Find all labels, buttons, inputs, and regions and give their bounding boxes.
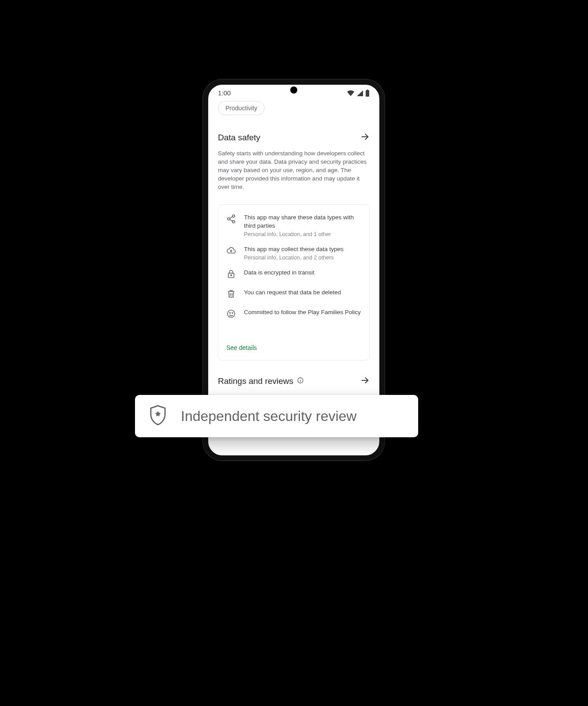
data-safety-title: Data safety	[218, 133, 260, 143]
svg-point-2	[232, 215, 235, 218]
svg-point-7	[228, 310, 235, 318]
svg-rect-1	[367, 90, 368, 90]
svg-point-3	[228, 218, 230, 221]
independent-security-review-callout: Independent security review	[135, 395, 418, 437]
item-title: You can request that data be deleted	[244, 289, 341, 297]
item-title: This app may collect these data types	[244, 245, 344, 253]
item-subtitle: Personal info, Location, and 2 others	[244, 255, 344, 261]
data-safety-header[interactable]: Data safety	[218, 132, 370, 143]
data-safety-item: Committed to follow the Play Families Po…	[226, 308, 361, 320]
chip-label: Productivity	[225, 105, 257, 112]
signal-icon	[356, 90, 363, 96]
svg-point-8	[229, 312, 230, 313]
phone-side-button	[384, 230, 385, 279]
data-safety-item: You can request that data be deleted	[226, 289, 361, 300]
status-time: 1:00	[218, 89, 231, 97]
item-title: Committed to follow the Play Families Po…	[244, 308, 361, 316]
lock-icon	[226, 269, 236, 281]
cloud-upload-icon	[226, 246, 236, 257]
page-content: Productivity Data safety Safety starts w…	[208, 99, 379, 396]
data-safety-description: Safety starts with understanding how dev…	[218, 150, 370, 191]
data-safety-card: This app may share these data types with…	[218, 204, 370, 361]
svg-rect-0	[366, 90, 369, 96]
ratings-title: Ratings and reviews	[218, 376, 293, 386]
arrow-right-icon	[360, 132, 370, 143]
category-chip[interactable]: Productivity	[218, 101, 265, 115]
ratings-header[interactable]: Ratings and reviews	[218, 376, 370, 387]
smiley-icon	[226, 309, 236, 320]
battery-icon	[365, 90, 370, 97]
phone-side-button	[384, 195, 385, 222]
svg-point-9	[232, 312, 233, 313]
data-safety-item: This app may share these data types with…	[226, 214, 361, 237]
arrow-right-icon	[360, 376, 370, 387]
see-details-link[interactable]: See details	[226, 344, 361, 351]
wifi-icon	[347, 90, 355, 96]
item-title: Data is encrypted in transit	[244, 269, 315, 277]
share-icon	[226, 214, 236, 225]
info-icon	[297, 377, 304, 386]
data-safety-item: Data is encrypted in transit	[226, 269, 361, 281]
item-subtitle: Personal info, Location, and 1 other	[244, 231, 361, 237]
data-safety-item: This app may collect these data types Pe…	[226, 245, 361, 261]
shield-star-icon	[148, 404, 168, 428]
item-title: This app may share these data types with…	[244, 214, 361, 229]
callout-label: Independent security review	[181, 408, 356, 424]
status-icons	[347, 90, 370, 97]
svg-point-4	[232, 221, 235, 223]
svg-point-6	[231, 275, 232, 276]
trash-icon	[226, 289, 236, 300]
status-bar: 1:00	[208, 85, 379, 99]
